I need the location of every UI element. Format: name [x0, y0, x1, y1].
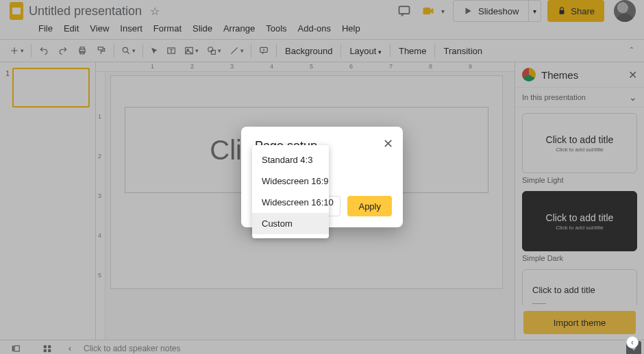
page-setup-dropdown: Standard 4:3 Widescreen 16:9 Widescreen … — [252, 145, 329, 238]
close-icon[interactable]: ✕ — [383, 136, 393, 151]
explore-fab-icon[interactable]: ‹ — [626, 336, 639, 349]
option-standard-4-3[interactable]: Standard 4:3 — [252, 149, 329, 170]
apply-button[interactable]: Apply — [347, 196, 392, 216]
option-widescreen-16-10[interactable]: Widescreen 16:10 — [252, 192, 329, 213]
option-widescreen-16-9[interactable]: Widescreen 16:9 — [252, 170, 329, 192]
option-custom[interactable]: Custom — [252, 213, 329, 234]
